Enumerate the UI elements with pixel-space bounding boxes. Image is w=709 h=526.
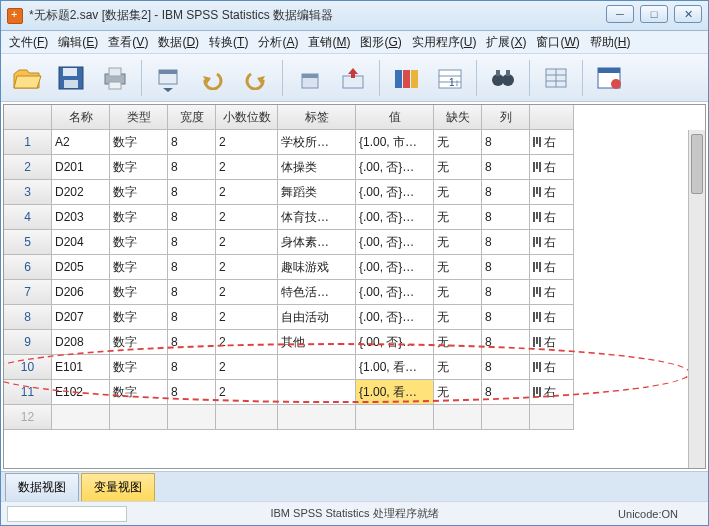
- grid-cell-align[interactable]: 右: [530, 130, 574, 155]
- grid-cell[interactable]: 8: [482, 305, 530, 330]
- grid-cell[interactable]: D208: [52, 330, 110, 355]
- grid-cell[interactable]: 无: [434, 280, 482, 305]
- grid-cell-align[interactable]: 右: [530, 380, 574, 405]
- scrollbar-thumb[interactable]: [691, 134, 703, 194]
- grid-cell[interactable]: 数字: [110, 230, 168, 255]
- grid-cell[interactable]: {.00, 否}…: [356, 305, 434, 330]
- grid-cell[interactable]: 8: [482, 355, 530, 380]
- grid-cell[interactable]: {.00, 否}…: [356, 155, 434, 180]
- grid-cell[interactable]: 8: [482, 380, 530, 405]
- grid-cell[interactable]: A2: [52, 130, 110, 155]
- grid-cell[interactable]: 学校所…: [278, 130, 356, 155]
- undo-button[interactable]: [192, 58, 232, 98]
- find-button[interactable]: [483, 58, 523, 98]
- grid-cell[interactable]: 2: [216, 230, 278, 255]
- column-header[interactable]: 值: [356, 105, 434, 130]
- grid-cell[interactable]: {.00, 否}…: [356, 230, 434, 255]
- menu-item[interactable]: 分析(A): [254, 32, 302, 53]
- grid-cell[interactable]: E102: [52, 380, 110, 405]
- goto-variable-button[interactable]: [333, 58, 373, 98]
- menu-item[interactable]: 文件(F): [5, 32, 52, 53]
- grid-cell[interactable]: 无: [434, 130, 482, 155]
- recall-dialog-button[interactable]: [148, 58, 188, 98]
- minimize-button[interactable]: ─: [606, 5, 634, 23]
- grid-cell[interactable]: 无: [434, 380, 482, 405]
- grid-cell[interactable]: 8: [168, 355, 216, 380]
- menu-item[interactable]: 编辑(E): [54, 32, 102, 53]
- grid-cell-align[interactable]: [530, 405, 574, 430]
- weight-cases-button[interactable]: [589, 58, 629, 98]
- grid-cell-align[interactable]: 右: [530, 255, 574, 280]
- grid-cell[interactable]: 8: [168, 230, 216, 255]
- menu-item[interactable]: 帮助(H): [586, 32, 635, 53]
- grid-cell[interactable]: 8: [482, 255, 530, 280]
- grid-cell[interactable]: [278, 405, 356, 430]
- grid-cell-align[interactable]: 右: [530, 330, 574, 355]
- grid-cell[interactable]: [434, 405, 482, 430]
- column-header[interactable]: [530, 105, 574, 130]
- grid-cell[interactable]: {.00, 否}…: [356, 280, 434, 305]
- grid-cell[interactable]: 8: [168, 255, 216, 280]
- grid-cell[interactable]: {.00, 否}…: [356, 330, 434, 355]
- grid-cell[interactable]: 8: [168, 330, 216, 355]
- menu-item[interactable]: 数据(D): [154, 32, 203, 53]
- grid-cell[interactable]: 无: [434, 205, 482, 230]
- grid-cell[interactable]: 无: [434, 155, 482, 180]
- row-header[interactable]: 4: [4, 205, 52, 230]
- grid-cell[interactable]: 8: [168, 305, 216, 330]
- grid-cell-align[interactable]: 右: [530, 205, 574, 230]
- row-header[interactable]: 10: [4, 355, 52, 380]
- grid-cell[interactable]: D203: [52, 205, 110, 230]
- menu-item[interactable]: 转换(T): [205, 32, 252, 53]
- grid-cell[interactable]: 其他: [278, 330, 356, 355]
- grid-cell[interactable]: 数字: [110, 330, 168, 355]
- close-button[interactable]: ✕: [674, 5, 702, 23]
- grid-cell[interactable]: [216, 405, 278, 430]
- column-header[interactable]: 缺失: [434, 105, 482, 130]
- grid-cell[interactable]: 数字: [110, 180, 168, 205]
- row-header[interactable]: 6: [4, 255, 52, 280]
- row-header[interactable]: 5: [4, 230, 52, 255]
- grid-cell-align[interactable]: 右: [530, 230, 574, 255]
- grid-cell[interactable]: 8: [168, 280, 216, 305]
- row-header[interactable]: 12: [4, 405, 52, 430]
- grid-cell[interactable]: [356, 405, 434, 430]
- grid-cell[interactable]: [52, 405, 110, 430]
- grid-cell[interactable]: 无: [434, 255, 482, 280]
- menu-item[interactable]: 实用程序(U): [408, 32, 481, 53]
- grid-cell-align[interactable]: 右: [530, 155, 574, 180]
- grid-cell[interactable]: 8: [168, 205, 216, 230]
- grid-cell[interactable]: 趣味游戏: [278, 255, 356, 280]
- grid-cell[interactable]: [168, 405, 216, 430]
- redo-button[interactable]: [236, 58, 276, 98]
- grid-cell[interactable]: [110, 405, 168, 430]
- grid-cell[interactable]: 数字: [110, 380, 168, 405]
- grid-cell[interactable]: 体操类: [278, 155, 356, 180]
- grid-cell[interactable]: 8: [482, 330, 530, 355]
- column-header[interactable]: 小数位数: [216, 105, 278, 130]
- tab-data-view[interactable]: 数据视图: [5, 473, 79, 501]
- column-header[interactable]: 标签: [278, 105, 356, 130]
- grid-cell[interactable]: D201: [52, 155, 110, 180]
- row-header[interactable]: 3: [4, 180, 52, 205]
- grid-cell-align[interactable]: 右: [530, 180, 574, 205]
- row-header[interactable]: 7: [4, 280, 52, 305]
- grid-cell[interactable]: 舞蹈类: [278, 180, 356, 205]
- grid-cell[interactable]: 2: [216, 255, 278, 280]
- grid-cell[interactable]: 无: [434, 355, 482, 380]
- grid-cell[interactable]: 无: [434, 330, 482, 355]
- grid-cell[interactable]: 无: [434, 230, 482, 255]
- grid-cell[interactable]: D205: [52, 255, 110, 280]
- grid-cell[interactable]: 2: [216, 280, 278, 305]
- grid-cell[interactable]: {1.00, 看…: [356, 355, 434, 380]
- value-labels-button[interactable]: 1↓: [430, 58, 470, 98]
- column-header[interactable]: 列: [482, 105, 530, 130]
- grid-cell-align[interactable]: 右: [530, 280, 574, 305]
- column-header[interactable]: 名称: [52, 105, 110, 130]
- menu-item[interactable]: 查看(V): [104, 32, 152, 53]
- grid-cell[interactable]: 自由活动: [278, 305, 356, 330]
- row-header[interactable]: 2: [4, 155, 52, 180]
- grid-cell[interactable]: 体育技…: [278, 205, 356, 230]
- column-header[interactable]: 宽度: [168, 105, 216, 130]
- grid-cell[interactable]: 8: [482, 280, 530, 305]
